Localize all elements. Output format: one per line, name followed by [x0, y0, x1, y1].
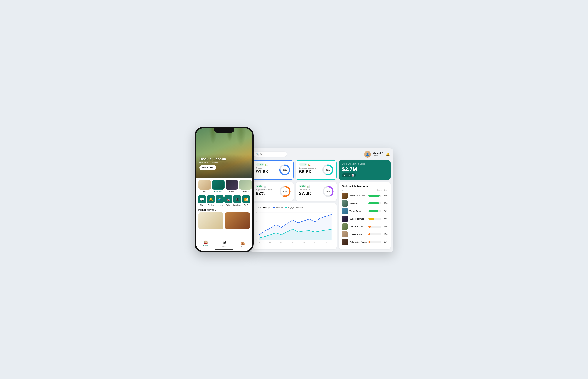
legend-engaged: Engaged Sessions: [285, 206, 303, 208]
svg-marker-17: [259, 214, 332, 240]
phone-svc-wifi[interactable]: 📶 WiFi: [242, 195, 250, 206]
phone-svc-luggage[interactable]: 🧳 Luggage: [216, 195, 224, 206]
outlet-pct-kona-kai: 21%: [382, 225, 387, 227]
donut-guests: 87%: [279, 164, 291, 176]
outlet-row-polynesian: Polynesian Para... 15%: [342, 239, 387, 245]
outlet-bar-fill-island-eats: [369, 195, 380, 197]
phone-picked-img-2[interactable]: [225, 212, 250, 229]
trip-icon: 👜: [240, 241, 245, 245]
phone-cat-img-wellness: [239, 180, 252, 190]
outlet-img-hale-kai: [342, 200, 348, 206]
search-icon: 🔍: [256, 153, 259, 156]
phone-svc-label-luggage: Luggage: [216, 204, 223, 206]
phone-cat-label-dining: Dining: [202, 190, 207, 192]
phone-notch: [214, 128, 234, 133]
outlet-bar-fill-kona-kai: [369, 226, 371, 227]
metric-badge-guests: ▲ 24%: [256, 163, 264, 166]
phone-svc-label-wifi: WiFi: [244, 204, 248, 206]
dash-search-bar[interactable]: 🔍: [254, 152, 287, 157]
phone-cat-label-nightlife: Nightlife: [228, 190, 235, 192]
phone-svc-concierge[interactable]: 🎩 Concierge: [233, 195, 241, 206]
phone-cat-img-activities: [212, 180, 225, 190]
outlet-bar-fill-sunset-terrace: [369, 218, 374, 220]
outlet-bar-fill-tides-edge: [369, 210, 378, 212]
metric-badge-conv: ▲ 7%: [299, 185, 306, 187]
phone-cat-wellness[interactable]: Wellness: [239, 180, 252, 192]
outlet-bar-bg-sunset-terrace: [369, 218, 381, 220]
phone-nav-label-hotel: Hotel: [203, 245, 208, 247]
phone-picked-title: Picked for you: [198, 208, 250, 211]
search-input[interactable]: [260, 153, 284, 156]
svg-text:2K: 2K: [256, 221, 258, 222]
phone-home-indicator: [215, 249, 233, 250]
phone-bottom-nav: 🏨 Hotel 🗺 Map 👜 Trip: [196, 239, 252, 251]
outlet-bar-fill-lokelani: [369, 233, 371, 235]
outlet-row-sunset-terrace: Sunset Terrace 47%: [342, 216, 387, 222]
metric-card-conversions: ▲ 7% 📊 Conversions 27.3K 48%: [296, 182, 337, 201]
phone-categories: Dining Activities Nightlife Wellness: [196, 178, 252, 194]
metric-badge-sessions: ▲ 22%: [299, 163, 307, 166]
phone-nav-map[interactable]: 🗺 Map: [222, 241, 226, 247]
service-icon: 🔔: [207, 195, 215, 203]
svg-text:May: May: [302, 241, 305, 243]
phone-cat-dining[interactable]: Dining: [198, 180, 211, 192]
phone-svc-valet[interactable]: 🚗 Valet: [224, 195, 232, 206]
phone-svc-service[interactable]: 🔔 Service: [207, 195, 215, 206]
outlet-name-sunset-terrace: Sunset Terrace: [350, 218, 367, 220]
svg-text:Feb: Feb: [269, 241, 271, 243]
dashboard: 🔍 👤 Michael G. Tango 🔔 ▲ 24% 📊 Gues: [250, 148, 393, 252]
outlets-col-venue: Venue: [342, 189, 347, 191]
phone-svc-label-valet: Valet: [226, 204, 231, 206]
phone-picked-section: Picked for you: [196, 207, 252, 230]
donut-label-sessions: 62%: [326, 169, 330, 171]
chat-icon: 💬: [198, 195, 206, 203]
bell-icon[interactable]: 🔔: [386, 152, 390, 156]
dash-body: ▲ 24% 📊 Guests 91.6K 87%: [250, 160, 393, 252]
outlet-name-lokelani: Lokelani Spa: [350, 233, 367, 236]
green-stat-pill: ▲ 11% 📊: [342, 174, 356, 177]
valet-icon: 🚗: [224, 195, 232, 203]
phone-nav-hotel[interactable]: 🏨 Hotel: [203, 240, 208, 248]
phone-hero-title: Book a Cabana: [200, 157, 226, 161]
legend-dot-engaged: [285, 207, 287, 208]
donut-label-guests: 87%: [283, 169, 287, 171]
hotel-icon: 🏨: [203, 240, 208, 244]
outlet-img-island-eats: [342, 192, 348, 199]
phone-nav-indicator: [203, 248, 208, 248]
phone-cat-activities[interactable]: Activities: [212, 180, 225, 192]
phone-picked-images: [198, 212, 250, 229]
phone-nav-trip[interactable]: 👜 Trip: [240, 241, 245, 248]
concierge-icon: 🎩: [233, 195, 241, 203]
outlet-bar-bg-hale-kai: [369, 203, 381, 204]
outlet-bar-island-eats: 88%: [369, 195, 387, 197]
outlet-name-tides-edge: Tide's Edge: [350, 210, 367, 212]
phone-hero-text: Book a Cabana With full F&B service Book…: [200, 157, 226, 170]
svg-text:1K: 1K: [256, 230, 258, 232]
outlet-bar-bg-kona-kai: [369, 226, 381, 227]
metric-card-sessions: ▲ 22% 📊 Engaged Sessions 56.8K 62%: [296, 160, 337, 180]
outlets-title: Outlets & Activations: [342, 185, 387, 188]
phone-cat-nightlife[interactable]: Nightlife: [226, 180, 238, 192]
phone-svc-chat[interactable]: 💬 Chat: [198, 195, 206, 206]
phone-picked-img-1[interactable]: [198, 212, 223, 229]
outlet-img-lokelani: [342, 231, 348, 237]
metric-card-engagement-value: Guest Engagement Value $2.7M ▲ 11% 📊: [339, 160, 390, 180]
book-now-button[interactable]: Book Now: [200, 165, 216, 170]
phone-cat-label-wellness: Wellness: [242, 190, 249, 192]
outlet-row-island-eats: Island Eats Café 88%: [342, 192, 387, 199]
outlet-row-hale-kai: Hale Kai 83%: [342, 200, 387, 206]
avatar: 👤: [364, 151, 371, 158]
svg-text:0: 0: [256, 239, 257, 241]
scene: Book a Cabana With full F&B service Book…: [195, 127, 393, 252]
metric-card-guests: ▲ 24% 📊 Guests 91.6K 87%: [253, 160, 294, 180]
chart-svg: 3K 2K 1K 0: [256, 211, 334, 244]
phone-nav-label-trip: Trip: [241, 246, 244, 248]
outlet-name-kona-kai: Kona Kai Golf: [350, 225, 367, 228]
outlet-row-kona-kai: Kona Kai Golf 21%: [342, 223, 387, 230]
chart-card: Guest Usage Sessions Engaged Sessions: [253, 203, 337, 249]
outlet-name-polynesian: Polynesian Para...: [350, 241, 367, 243]
donut-conv: 48%: [322, 186, 334, 197]
phone: Book a Cabana With full F&B service Book…: [195, 127, 254, 252]
donut-label-er: 62%: [283, 190, 287, 192]
legend-label-engaged: Engaged Sessions: [288, 206, 303, 208]
